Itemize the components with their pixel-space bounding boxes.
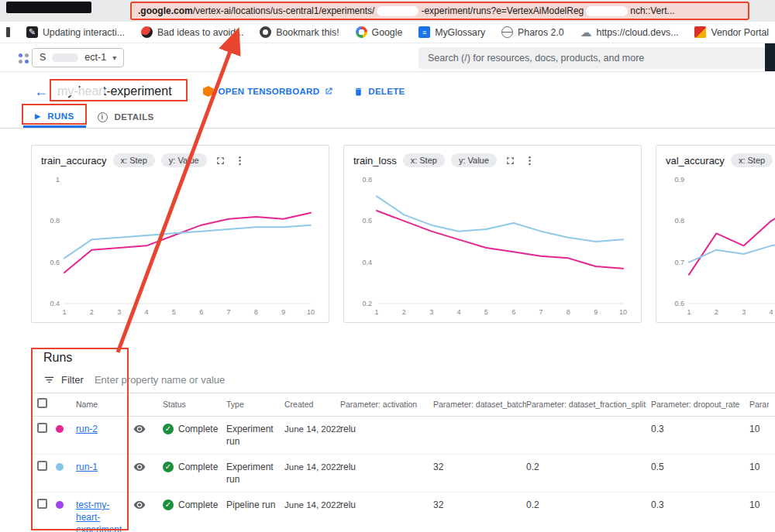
x-axis-chip[interactable]: x: Step [113, 153, 155, 167]
param-dataset-batch-cell: 32 [433, 499, 526, 511]
page-header: ← my-heart-experiment OPEN TENSORBOARD D… [0, 79, 775, 104]
fullscreen-icon[interactable] [215, 155, 226, 166]
svg-text:4: 4 [144, 308, 148, 316]
blue-doc-icon: ≡ [418, 26, 430, 38]
cut-icon [6, 27, 10, 37]
bookmark-label: Bookmark this! [276, 27, 339, 38]
x-axis-chip[interactable]: x: Step [731, 153, 773, 167]
col-param-dropout: Parameter: dropout_rate [651, 398, 749, 410]
filter-icon [43, 374, 55, 386]
svg-text:10: 10 [307, 308, 315, 316]
bookmark-item[interactable]: Google [356, 26, 403, 38]
param-dropout-cell: 0.5 [651, 461, 749, 473]
col-type: Type [226, 398, 284, 410]
svg-text:7: 7 [226, 308, 230, 316]
svg-text:1: 1 [687, 308, 691, 316]
row-checkbox[interactable] [37, 499, 47, 509]
console-topbar: S ect-1 ▾ [0, 43, 775, 72]
external-link-icon [324, 87, 333, 96]
project-name-end: ect-1 [84, 52, 106, 63]
eight-ball-icon [141, 26, 153, 38]
filter-bar[interactable]: Filter [43, 374, 775, 386]
corner-block [765, 43, 775, 71]
run-name-link[interactable]: run-2 [76, 424, 98, 434]
visibility-icon[interactable] [133, 423, 146, 435]
tab-runs[interactable]: ▶ RUNS [23, 106, 86, 128]
open-tensorboard-button[interactable]: OPEN TENSORBOARD [203, 86, 334, 97]
svg-text:0.2: 0.2 [362, 300, 372, 307]
svg-text:2: 2 [90, 308, 94, 316]
back-arrow-icon[interactable]: ← [34, 84, 48, 100]
line-chart: 0.40.60.8112345678910 [41, 172, 320, 319]
globe-icon [501, 26, 513, 38]
x-axis-chip[interactable]: x: Step [403, 153, 445, 167]
line-chart: 0.60.70.80.912345678910 [666, 172, 775, 319]
bookmarks-bar: ✎Updating interacti...Bad ideas to avoid… [0, 22, 775, 43]
fullscreen-icon[interactable] [505, 155, 516, 166]
table-row: run-2 ✓Complete Experiment run June 14, … [31, 417, 775, 455]
cloud-icon: ☁ [580, 26, 592, 38]
filter-label: Filter [61, 374, 84, 386]
svg-text:9: 9 [594, 308, 598, 316]
runs-table: Name Status Type Created Parameter: acti… [31, 393, 775, 532]
kebab-menu-icon[interactable] [234, 155, 246, 166]
col-status: Status [163, 398, 226, 410]
url-redaction [586, 6, 628, 16]
check-circle-icon: ✓ [163, 499, 174, 510]
bookmark-item[interactable]: Bookmark this! [260, 26, 339, 38]
param-activation-cell: relu [340, 499, 433, 511]
type-cell: Experiment run [226, 461, 284, 486]
search-bar[interactable] [418, 47, 766, 69]
table-header: Name Status Type Created Parameter: acti… [31, 393, 775, 417]
bookmark-item[interactable]: ≡MyGlossary [418, 26, 485, 38]
svg-text:5: 5 [484, 308, 488, 316]
search-input[interactable] [418, 53, 766, 63]
svg-text:8: 8 [254, 308, 258, 316]
param-fraction-split-cell: 0.2 [526, 461, 651, 473]
check-circle-icon: ✓ [163, 424, 174, 434]
svg-text:2: 2 [715, 308, 718, 316]
y-axis-chip[interactable]: y: Value [451, 153, 497, 167]
svg-text:0.8: 0.8 [674, 217, 684, 225]
bookmark-item[interactable]: ✎Updating interacti... [26, 26, 125, 38]
tab-details[interactable]: i DETAILS [86, 106, 166, 128]
select-all-checkbox[interactable] [37, 398, 47, 408]
filter-input[interactable] [95, 374, 343, 386]
visibility-icon[interactable] [133, 499, 146, 511]
chart-card: train_accuracy x: Step y: Value 0.40.60.… [31, 145, 329, 323]
screen: .google.com/vertex-ai/locations/us-centr… [0, 0, 775, 532]
run-name-link[interactable]: test-my-heart-experiment-pipeline-run [76, 499, 125, 532]
param-last-cell: 10 [749, 499, 769, 511]
svg-text:0.6: 0.6 [362, 217, 372, 225]
project-selector[interactable]: S ect-1 ▾ [32, 48, 124, 67]
url-redaction [377, 6, 418, 16]
svg-text:5: 5 [172, 308, 176, 316]
url-bar[interactable]: .google.com/vertex-ai/locations/us-centr… [130, 2, 749, 20]
table-row: test-my-heart-experiment-pipeline-run ✓C… [31, 493, 775, 532]
col-created: Created [284, 398, 340, 410]
svg-text:9: 9 [281, 308, 285, 316]
bookmark-item[interactable]: ☁https://cloud.devs... [580, 26, 679, 38]
svg-text:4: 4 [769, 308, 773, 316]
svg-text:2: 2 [402, 308, 406, 316]
row-checkbox[interactable] [37, 461, 47, 471]
svg-text:3: 3 [429, 308, 433, 316]
kebab-menu-icon[interactable] [524, 155, 536, 166]
delete-button[interactable]: DELETE [353, 87, 405, 97]
runs-section: Runs Filter Name Status Type Created Par… [0, 351, 775, 532]
bookmark-item[interactable]: Bad ideas to avoid... [141, 26, 243, 38]
visibility-icon[interactable] [133, 461, 146, 473]
bookmark-item[interactable]: Pharos 2.0 [501, 26, 563, 38]
row-checkbox[interactable] [37, 423, 47, 433]
status-cell: ✓Complete [163, 461, 226, 473]
y-axis-chip[interactable]: y: Value [161, 153, 207, 167]
run-name-link[interactable]: run-1 [76, 462, 98, 472]
apps-grid-icon[interactable] [19, 53, 22, 57]
chart-title: train_accuracy [41, 155, 107, 166]
url-path-2: -experiment/runs?e=VertexAiModelReg [421, 5, 584, 16]
bookmark-item[interactable]: Vendor Portal [694, 26, 769, 38]
project-redaction [52, 53, 78, 62]
bookmark-item[interactable] [6, 27, 10, 37]
bookmark-label: Google [372, 27, 403, 38]
svg-text:0.6: 0.6 [50, 259, 60, 266]
